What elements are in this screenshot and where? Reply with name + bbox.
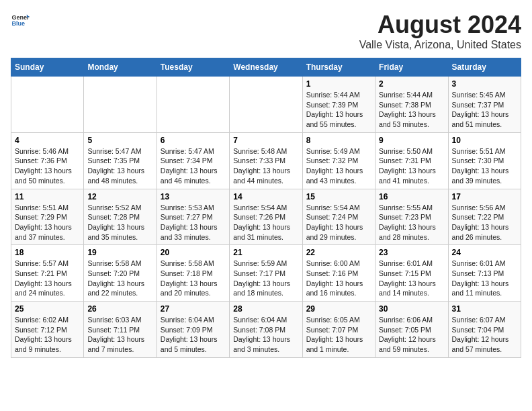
calendar-header-row: SundayMondayTuesdayWednesdayThursdayFrid… (11, 58, 521, 77)
calendar-cell (157, 77, 229, 133)
column-header-saturday: Saturday (448, 58, 521, 77)
day-number: 10 (452, 136, 517, 145)
day-info: Sunrise: 5:58 AMSunset: 7:20 PMDaylight:… (87, 259, 152, 298)
day-number: 18 (15, 248, 80, 257)
day-info: Sunrise: 5:59 AMSunset: 7:17 PMDaylight:… (233, 259, 298, 298)
logo: General Blue (11, 11, 30, 30)
calendar-cell: 4Sunrise: 5:46 AMSunset: 7:36 PMDaylight… (11, 132, 84, 189)
column-header-tuesday: Tuesday (157, 58, 229, 77)
calendar-cell: 19Sunrise: 5:58 AMSunset: 7:20 PMDayligh… (84, 245, 157, 302)
calendar-cell: 23Sunrise: 6:01 AMSunset: 7:15 PMDayligh… (375, 245, 448, 302)
day-info: Sunrise: 6:07 AMSunset: 7:04 PMDaylight:… (452, 315, 517, 355)
logo-icon: General Blue (11, 11, 30, 30)
calendar-cell: 9Sunrise: 5:50 AMSunset: 7:31 PMDaylight… (375, 132, 448, 189)
calendar-cell (11, 77, 84, 133)
calendar-cell: 28Sunrise: 6:04 AMSunset: 7:08 PMDayligh… (230, 302, 302, 358)
title-block: August 2024 Valle Vista, Arizona, United… (359, 11, 521, 51)
calendar-cell: 17Sunrise: 5:56 AMSunset: 7:22 PMDayligh… (448, 189, 521, 245)
day-info: Sunrise: 5:56 AMSunset: 7:22 PMDaylight:… (452, 203, 517, 242)
day-info: Sunrise: 5:54 AMSunset: 7:24 PMDaylight:… (306, 203, 371, 242)
day-info: Sunrise: 5:44 AMSunset: 7:39 PMDaylight:… (306, 90, 371, 130)
calendar-cell: 16Sunrise: 5:55 AMSunset: 7:23 PMDayligh… (375, 189, 448, 245)
week-row-5: 25Sunrise: 6:02 AMSunset: 7:12 PMDayligh… (11, 302, 521, 358)
column-header-wednesday: Wednesday (230, 58, 302, 77)
day-info: Sunrise: 5:50 AMSunset: 7:31 PMDaylight:… (379, 146, 444, 186)
day-number: 9 (379, 136, 444, 145)
calendar-cell: 24Sunrise: 6:01 AMSunset: 7:13 PMDayligh… (448, 245, 521, 302)
calendar-cell: 29Sunrise: 6:05 AMSunset: 7:07 PMDayligh… (302, 302, 375, 358)
day-number: 7 (233, 136, 298, 145)
day-info: Sunrise: 5:46 AMSunset: 7:36 PMDaylight:… (15, 146, 80, 186)
day-number: 22 (306, 248, 371, 257)
calendar-cell: 20Sunrise: 5:58 AMSunset: 7:18 PMDayligh… (157, 245, 229, 302)
calendar-cell: 2Sunrise: 5:44 AMSunset: 7:38 PMDaylight… (375, 77, 448, 133)
day-number: 24 (452, 248, 517, 257)
day-number: 1 (306, 79, 371, 89)
day-info: Sunrise: 5:45 AMSunset: 7:37 PMDaylight:… (452, 90, 517, 130)
day-info: Sunrise: 5:47 AMSunset: 7:35 PMDaylight:… (87, 146, 152, 186)
day-info: Sunrise: 5:54 AMSunset: 7:26 PMDaylight:… (233, 203, 298, 242)
calendar-cell: 18Sunrise: 5:57 AMSunset: 7:21 PMDayligh… (11, 245, 84, 302)
calendar-cell: 10Sunrise: 5:51 AMSunset: 7:30 PMDayligh… (448, 132, 521, 189)
calendar-cell (84, 77, 157, 133)
day-number: 13 (161, 192, 226, 201)
day-number: 5 (87, 136, 152, 145)
day-info: Sunrise: 6:00 AMSunset: 7:16 PMDaylight:… (306, 259, 371, 298)
day-info: Sunrise: 6:05 AMSunset: 7:07 PMDaylight:… (306, 315, 371, 355)
day-info: Sunrise: 5:49 AMSunset: 7:32 PMDaylight:… (306, 146, 371, 186)
day-info: Sunrise: 5:58 AMSunset: 7:18 PMDaylight:… (161, 259, 226, 298)
calendar-cell (230, 77, 302, 133)
calendar-cell: 13Sunrise: 5:53 AMSunset: 7:27 PMDayligh… (157, 189, 229, 245)
day-number: 20 (161, 248, 226, 257)
calendar-subtitle: Valle Vista, Arizona, United States (359, 39, 521, 51)
day-info: Sunrise: 5:55 AMSunset: 7:23 PMDaylight:… (379, 203, 444, 242)
calendar-cell: 31Sunrise: 6:07 AMSunset: 7:04 PMDayligh… (448, 302, 521, 358)
calendar-cell: 14Sunrise: 5:54 AMSunset: 7:26 PMDayligh… (230, 189, 302, 245)
calendar-cell: 15Sunrise: 5:54 AMSunset: 7:24 PMDayligh… (302, 189, 375, 245)
day-number: 26 (87, 304, 152, 314)
day-info: Sunrise: 6:02 AMSunset: 7:12 PMDaylight:… (15, 315, 80, 355)
day-number: 30 (379, 304, 444, 314)
day-info: Sunrise: 5:51 AMSunset: 7:30 PMDaylight:… (452, 146, 517, 186)
day-number: 8 (306, 136, 371, 145)
day-info: Sunrise: 6:03 AMSunset: 7:11 PMDaylight:… (87, 315, 152, 355)
calendar-cell: 12Sunrise: 5:52 AMSunset: 7:28 PMDayligh… (84, 189, 157, 245)
day-number: 29 (306, 304, 371, 314)
day-info: Sunrise: 6:06 AMSunset: 7:05 PMDaylight:… (379, 315, 444, 355)
calendar-cell: 25Sunrise: 6:02 AMSunset: 7:12 PMDayligh… (11, 302, 84, 358)
day-number: 12 (87, 192, 152, 201)
column-header-friday: Friday (375, 58, 448, 77)
calendar-cell: 3Sunrise: 5:45 AMSunset: 7:37 PMDaylight… (448, 77, 521, 133)
column-header-sunday: Sunday (11, 58, 84, 77)
day-info: Sunrise: 6:01 AMSunset: 7:13 PMDaylight:… (452, 259, 517, 298)
calendar-cell: 30Sunrise: 6:06 AMSunset: 7:05 PMDayligh… (375, 302, 448, 358)
day-number: 27 (161, 304, 226, 314)
week-row-3: 11Sunrise: 5:51 AMSunset: 7:29 PMDayligh… (11, 189, 521, 245)
day-info: Sunrise: 6:01 AMSunset: 7:15 PMDaylight:… (379, 259, 444, 298)
calendar-cell: 6Sunrise: 5:47 AMSunset: 7:34 PMDaylight… (157, 132, 229, 189)
day-info: Sunrise: 6:04 AMSunset: 7:09 PMDaylight:… (161, 315, 226, 355)
column-header-thursday: Thursday (302, 58, 375, 77)
calendar-cell: 8Sunrise: 5:49 AMSunset: 7:32 PMDaylight… (302, 132, 375, 189)
calendar-cell: 11Sunrise: 5:51 AMSunset: 7:29 PMDayligh… (11, 189, 84, 245)
day-info: Sunrise: 5:48 AMSunset: 7:33 PMDaylight:… (233, 146, 298, 186)
day-number: 28 (233, 304, 298, 314)
calendar-cell: 22Sunrise: 6:00 AMSunset: 7:16 PMDayligh… (302, 245, 375, 302)
day-number: 3 (452, 79, 517, 89)
day-number: 31 (452, 304, 517, 314)
day-number: 17 (452, 192, 517, 201)
day-number: 25 (15, 304, 80, 314)
calendar-title: August 2024 (359, 11, 521, 39)
day-number: 19 (87, 248, 152, 257)
day-number: 15 (306, 192, 371, 201)
calendar-cell: 5Sunrise: 5:47 AMSunset: 7:35 PMDaylight… (84, 132, 157, 189)
day-info: Sunrise: 5:47 AMSunset: 7:34 PMDaylight:… (161, 146, 226, 186)
day-number: 11 (15, 192, 80, 201)
day-number: 23 (379, 248, 444, 257)
day-info: Sunrise: 5:53 AMSunset: 7:27 PMDaylight:… (161, 203, 226, 242)
day-info: Sunrise: 6:04 AMSunset: 7:08 PMDaylight:… (233, 315, 298, 355)
calendar-cell: 7Sunrise: 5:48 AMSunset: 7:33 PMDaylight… (230, 132, 302, 189)
week-row-2: 4Sunrise: 5:46 AMSunset: 7:36 PMDaylight… (11, 132, 521, 189)
day-info: Sunrise: 5:52 AMSunset: 7:28 PMDaylight:… (87, 203, 152, 242)
day-number: 4 (15, 136, 80, 145)
